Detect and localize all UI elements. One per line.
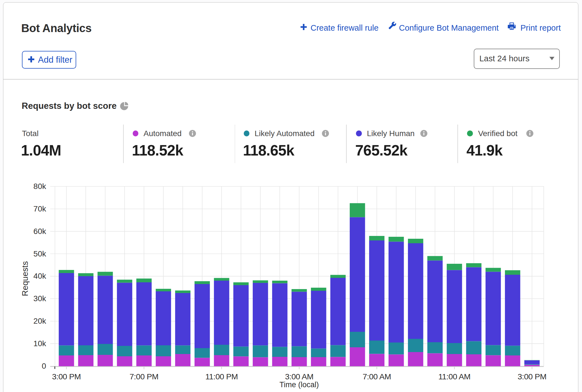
svg-text:30k: 30k [33,294,46,303]
svg-text:40k: 40k [33,272,46,280]
svg-text:11:00 AM: 11:00 AM [438,372,470,381]
svg-text:70k: 70k [33,204,46,213]
svg-text:3:00 PM: 3:00 PM [52,372,81,381]
svg-text:0: 0 [42,362,46,370]
svg-text:7:00 PM: 7:00 PM [130,372,159,381]
svg-text:50k: 50k [33,249,46,258]
svg-text:3:00 PM: 3:00 PM [518,372,547,381]
svg-text:11:00 PM: 11:00 PM [205,372,238,381]
svg-text:20k: 20k [33,317,46,325]
svg-text:10k: 10k [33,339,46,348]
svg-text:7:00 AM: 7:00 AM [363,372,391,381]
svg-text:Time (local): Time (local) [279,380,319,389]
svg-text:80k: 80k [33,182,46,191]
svg-text:3:00 AM: 3:00 AM [285,372,313,381]
svg-text:60k: 60k [33,227,46,236]
svg-text:Requests: Requests [20,261,30,296]
